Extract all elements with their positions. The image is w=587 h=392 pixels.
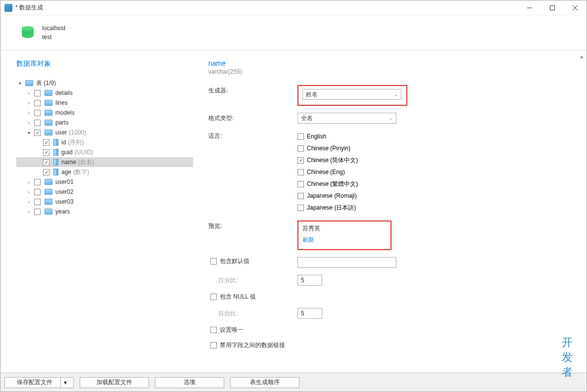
column-checkbox[interactable] bbox=[43, 169, 49, 175]
lang-checkbox[interactable] bbox=[297, 205, 304, 211]
tree-root-tables[interactable]: ▾ 表 (1/9) bbox=[16, 78, 193, 88]
lang-checkbox[interactable] bbox=[297, 145, 304, 152]
lang-option[interactable]: Japanese (Romaji) bbox=[297, 190, 358, 202]
scroll-up-icon[interactable]: ▴ bbox=[578, 51, 586, 61]
lang-option[interactable]: Chinese (简体中文) bbox=[297, 154, 358, 166]
table-icon bbox=[45, 189, 52, 195]
tree-column-name[interactable]: name(姓名) bbox=[16, 157, 193, 167]
minimize-button[interactable] bbox=[518, 0, 541, 15]
content-pane: ▴ name varchar(255) 生成器: 姓名⌄ 格式类型: 全名⌄ 语… bbox=[194, 50, 587, 371]
unique-label: 设置唯一 bbox=[220, 326, 244, 334]
caret-right-icon[interactable]: › bbox=[25, 199, 32, 205]
include-null-checkbox[interactable] bbox=[210, 294, 217, 300]
table-checkbox[interactable] bbox=[34, 189, 41, 195]
column-icon bbox=[53, 149, 58, 156]
caret-down-icon[interactable]: ▾ bbox=[16, 81, 23, 86]
tree-table-lines[interactable]: ›lines bbox=[16, 98, 193, 108]
column-checkbox[interactable] bbox=[43, 159, 49, 166]
language-label: 语言: bbox=[208, 131, 297, 140]
tree-table-years[interactable]: ›years bbox=[16, 207, 193, 217]
percent-input-2[interactable] bbox=[297, 308, 322, 319]
sidebar-title: 数据库对象 bbox=[16, 59, 193, 68]
refresh-link[interactable]: 刷新 bbox=[302, 236, 386, 244]
lang-checkbox[interactable] bbox=[297, 133, 304, 140]
connection-db: test bbox=[42, 33, 65, 42]
language-options: EnglishChinese (Pinyin)Chinese (简体中文)Chi… bbox=[297, 131, 358, 214]
table-checkbox[interactable] bbox=[34, 100, 41, 106]
include-null-label: 包含 NULL 值 bbox=[220, 293, 256, 301]
caret-right-icon[interactable]: › bbox=[25, 209, 32, 215]
percent-input-1[interactable] bbox=[297, 275, 322, 286]
close-button[interactable] bbox=[564, 0, 587, 15]
lang-option[interactable]: Japanese (日本語) bbox=[297, 202, 358, 214]
tree-table-user01[interactable]: ›user01 bbox=[16, 177, 193, 187]
disable-links-label: 禁用字段之间的数据链接 bbox=[220, 341, 285, 349]
table-icon bbox=[45, 130, 52, 135]
disable-links-checkbox[interactable] bbox=[210, 342, 217, 348]
column-checkbox[interactable] bbox=[43, 149, 49, 156]
field-type: varchar(255) bbox=[208, 68, 572, 75]
caret-right-icon[interactable]: › bbox=[25, 120, 32, 126]
include-default-input[interactable] bbox=[297, 257, 396, 268]
dropdown-arrow-icon[interactable]: ▾ bbox=[60, 378, 69, 388]
table-checkbox[interactable] bbox=[34, 179, 41, 185]
bottom-toolbar: 保存配置文件 ▾ 加载配置文件 选项 表生成顺序 开发者 bbox=[0, 373, 587, 392]
lang-option[interactable]: Chinese (Pinyin) bbox=[297, 142, 358, 154]
tree-column-age[interactable]: age(数字) bbox=[16, 167, 193, 177]
caret-down-icon[interactable]: ▾ bbox=[25, 130, 32, 135]
preview-label: 预览: bbox=[208, 220, 297, 230]
column-checkbox[interactable] bbox=[43, 139, 49, 146]
title-bar: * 数据生成 bbox=[0, 0, 587, 15]
options-button[interactable]: 选项 bbox=[155, 377, 224, 388]
lang-checkbox[interactable] bbox=[297, 181, 304, 187]
chevron-down-icon: ⌄ bbox=[389, 116, 393, 121]
load-profile-button[interactable]: 加载配置文件 bbox=[80, 377, 149, 388]
unique-checkbox[interactable] bbox=[210, 327, 217, 333]
tree-table-models[interactable]: ›models bbox=[16, 108, 193, 118]
format-select[interactable]: 全名⌄ bbox=[297, 113, 396, 124]
column-icon bbox=[53, 139, 58, 146]
caret-right-icon[interactable]: › bbox=[25, 90, 32, 96]
include-default-checkbox[interactable] bbox=[210, 258, 217, 264]
tree-table-details[interactable]: ›details bbox=[16, 88, 193, 98]
table-icon bbox=[45, 209, 52, 215]
table-checkbox[interactable] bbox=[34, 209, 41, 215]
format-label: 格式类型: bbox=[208, 113, 297, 123]
svg-rect-1 bbox=[550, 5, 555, 10]
caret-right-icon[interactable]: › bbox=[25, 100, 32, 106]
percent-label-2: 百分比: bbox=[208, 308, 297, 318]
table-checkbox[interactable] bbox=[34, 90, 41, 96]
tree-column-id[interactable]: id(序列) bbox=[16, 137, 193, 147]
table-checkbox[interactable] bbox=[34, 130, 41, 136]
lang-option[interactable]: Chinese (繁體中文) bbox=[297, 178, 358, 190]
lang-option[interactable]: Chinese (Eng) bbox=[297, 166, 358, 178]
caret-right-icon[interactable]: › bbox=[25, 179, 32, 185]
caret-right-icon[interactable]: › bbox=[25, 110, 32, 116]
chevron-down-icon: ⌄ bbox=[394, 92, 398, 97]
tree-table-user02[interactable]: ›user02 bbox=[16, 187, 193, 197]
tree-table-parts[interactable]: ›parts bbox=[16, 118, 193, 128]
table-order-button[interactable]: 表生成顺序 bbox=[230, 377, 299, 388]
connection-host: localhost bbox=[42, 24, 65, 33]
table-icon bbox=[45, 179, 52, 185]
table-checkbox[interactable] bbox=[34, 120, 41, 126]
table-checkbox[interactable] bbox=[34, 199, 41, 205]
include-default-label: 包含默认值 bbox=[220, 257, 249, 265]
caret-right-icon[interactable]: › bbox=[25, 189, 32, 195]
tree-column-guid[interactable]: guid(UUID) bbox=[16, 147, 193, 157]
lang-option[interactable]: English bbox=[297, 131, 358, 142]
generator-select[interactable]: 姓名⌄ bbox=[302, 89, 401, 100]
save-profile-button[interactable]: 保存配置文件 ▾ bbox=[4, 377, 74, 388]
tree-table-user[interactable]: ▾user(1000) bbox=[16, 128, 193, 137]
table-icon bbox=[45, 110, 52, 116]
maximize-button[interactable] bbox=[541, 0, 564, 15]
lang-checkbox[interactable] bbox=[297, 193, 304, 199]
column-icon bbox=[53, 159, 58, 166]
sidebar: 数据库对象 ▾ 表 (1/9) ›details›lines›models›pa… bbox=[0, 50, 194, 371]
database-icon bbox=[20, 26, 35, 40]
tree-table-user03[interactable]: ›user03 bbox=[16, 197, 193, 207]
lang-checkbox[interactable] bbox=[297, 169, 304, 175]
highlight-preview: 苏秀英 刷新 bbox=[297, 220, 391, 250]
table-checkbox[interactable] bbox=[34, 110, 41, 116]
lang-checkbox[interactable] bbox=[297, 157, 304, 164]
